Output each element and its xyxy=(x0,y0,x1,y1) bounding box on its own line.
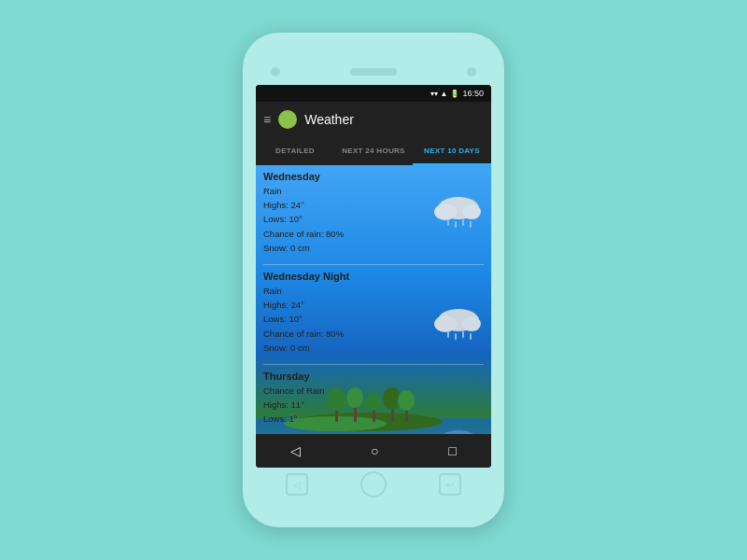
nav-back-button[interactable]: ◁ xyxy=(279,440,312,462)
day-3-condition: Chance of Rain xyxy=(263,384,484,398)
day-2-lows: Lows: 10° xyxy=(263,312,484,326)
day-2-name: Wednesday Night xyxy=(263,271,484,282)
phone-bottom-bar: ◁ ↩ xyxy=(250,468,497,501)
app-title: Weather xyxy=(304,112,484,127)
day-1-snow: Snow: 0 cm xyxy=(263,241,484,255)
tab-next-10[interactable]: NEXT 10 DAYS xyxy=(413,137,491,165)
divider-1 xyxy=(263,264,484,265)
menu-icon[interactable]: ≡ xyxy=(263,112,271,127)
phone-screen: ▾▾ ▲ 🔋 16:50 ≡ Weather DETAILED NEXT 24 … xyxy=(256,85,491,468)
signal-icon: ▾▾ xyxy=(430,90,438,98)
status-time: 16:50 xyxy=(462,89,484,98)
tab-detailed[interactable]: DETAILED xyxy=(256,137,334,165)
tabs-bar: DETAILED NEXT 24 HOURS NEXT 10 DAYS xyxy=(256,137,491,165)
nav-bar: ◁ ○ □ xyxy=(256,434,491,468)
divider-2 xyxy=(263,364,484,365)
weather-scroll[interactable]: Wednesday Rain Highs: 24° Lows: 10° Chan… xyxy=(256,165,491,434)
day-1-highs: Highs: 24° xyxy=(263,198,484,212)
day-2-highs: Highs: 24° xyxy=(263,298,484,312)
day-1-condition: Rain xyxy=(263,184,484,198)
day-3-highs: Highs: 11° xyxy=(263,398,484,412)
day-1-rain: Chance of rain: 80% xyxy=(263,227,484,241)
nav-home-button[interactable]: ○ xyxy=(359,440,389,462)
weather-content: Wednesday Rain Highs: 24° Lows: 10° Chan… xyxy=(256,165,491,434)
hardware-back-button[interactable]: ◁ xyxy=(286,473,308,496)
phone-camera xyxy=(271,67,280,77)
day-2-rain: Chance of rain: 80% xyxy=(263,327,484,341)
hardware-recents-button[interactable]: ↩ xyxy=(439,473,461,496)
phone-top-bar xyxy=(250,59,497,85)
nav-recents-button[interactable]: □ xyxy=(437,440,467,462)
hardware-home-button[interactable] xyxy=(360,471,387,497)
phone-speaker xyxy=(350,68,397,76)
day-1-lows: Lows: 10° xyxy=(263,212,484,226)
status-bar: ▾▾ ▲ 🔋 16:50 xyxy=(256,85,491,102)
battery-icon: 🔋 xyxy=(450,90,459,98)
day-1-name: Wednesday xyxy=(263,171,484,182)
wifi-icon: ▲ xyxy=(441,90,448,98)
weather-day-2: Wednesday Night Rain Highs: 24° Lows: 10… xyxy=(263,271,484,355)
day-2-snow: Snow: 0 cm xyxy=(263,341,484,355)
app-bar: ≡ Weather xyxy=(256,102,491,137)
phone-frame: ▾▾ ▲ 🔋 16:50 ≡ Weather DETAILED NEXT 24 … xyxy=(243,33,504,527)
weather-day-1: Wednesday Rain Highs: 24° Lows: 10° Chan… xyxy=(263,171,484,255)
day-2-condition: Rain xyxy=(263,284,484,298)
weather-logo xyxy=(278,110,297,129)
day-3-lows: Lows: 1° xyxy=(263,412,484,426)
tab-next-24[interactable]: NEXT 24 HOURS xyxy=(334,137,413,165)
day-3-name: Thursday xyxy=(263,371,484,382)
phone-camera-front xyxy=(467,67,476,77)
weather-day-3: Thursday Chance of Rain Highs: 11° Lows:… xyxy=(263,371,484,427)
